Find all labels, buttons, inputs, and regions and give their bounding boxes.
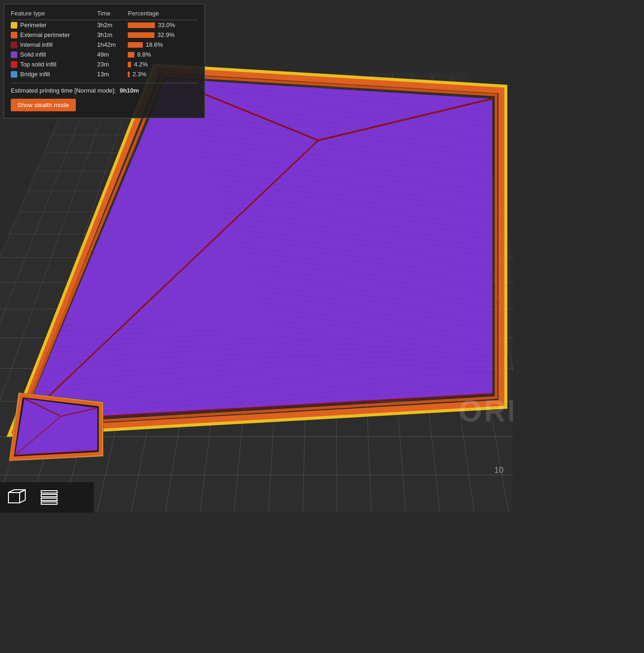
stealth-mode-button[interactable]: Show stealth mode xyxy=(11,99,76,111)
feature-time-cell: 49m xyxy=(97,50,128,59)
info-panel: Feature type Time Percentage Perimeter 3… xyxy=(4,4,205,118)
feature-pct-cell: 4.2% xyxy=(128,59,198,69)
percentage-label: 18.6% xyxy=(146,41,163,48)
feature-pct-cell: 2.3% xyxy=(128,69,198,79)
col-header-time: Time xyxy=(97,9,128,20)
time-bar xyxy=(128,62,131,67)
feature-name-cell: Top solid infill xyxy=(11,59,97,69)
svg-marker-3 xyxy=(22,79,492,421)
percentage-label: 2.3% xyxy=(132,71,146,78)
table-row: External perimeter 3h1m 32.9% xyxy=(11,30,198,40)
layers-icon xyxy=(37,486,61,509)
percentage-label: 4.2% xyxy=(134,61,148,68)
feature-label: Perimeter xyxy=(20,22,46,29)
color-swatch xyxy=(11,71,17,78)
feature-label: Solid infill xyxy=(20,51,46,58)
svg-rect-90 xyxy=(41,491,57,493)
svg-rect-87 xyxy=(8,493,20,503)
svg-marker-82 xyxy=(15,399,97,455)
view-icons-bar xyxy=(0,482,94,513)
table-row: Top solid infill 23m 4.2% xyxy=(11,59,198,69)
time-bar xyxy=(128,42,143,48)
feature-table: Feature type Time Percentage Perimeter 3… xyxy=(11,9,198,79)
scale-indicator: 10 xyxy=(494,465,504,475)
feature-time-cell: 3h2m xyxy=(97,20,128,30)
color-swatch xyxy=(11,61,17,68)
panel-divider xyxy=(11,83,198,83)
time-bar xyxy=(128,72,130,77)
color-swatch xyxy=(11,42,17,48)
svg-marker-89 xyxy=(20,490,25,503)
estimated-time-row: Estimated printing time [Normal mode]: 9… xyxy=(11,87,198,94)
feature-label: Bridge infill xyxy=(20,71,50,78)
svg-rect-91 xyxy=(41,494,57,497)
feature-label: Internal infill xyxy=(20,41,52,48)
estimated-value: 9h10m xyxy=(120,87,139,94)
feature-time-cell: 1h42m xyxy=(97,40,128,50)
time-bar xyxy=(128,32,154,38)
feature-time-cell: 13m xyxy=(97,69,128,79)
feature-pct-cell: 8.8% xyxy=(128,50,198,59)
feature-label: Top solid infill xyxy=(20,61,56,68)
time-bar xyxy=(128,52,134,58)
3d-view-button[interactable] xyxy=(0,484,33,512)
svg-rect-92 xyxy=(41,498,57,501)
col-header-percentage: Percentage xyxy=(128,9,198,20)
feature-label: External perimeter xyxy=(20,31,70,38)
ori-watermark: ORI xyxy=(459,394,513,428)
feature-name-cell: Bridge infill xyxy=(11,69,97,79)
feature-time-cell: 23m xyxy=(97,59,128,69)
percentage-label: 8.8% xyxy=(137,51,151,58)
feature-name-cell: External perimeter xyxy=(11,30,97,40)
color-swatch xyxy=(11,22,17,29)
feature-name-cell: Internal infill xyxy=(11,40,97,50)
percentage-label: 32.9% xyxy=(157,31,175,38)
table-row: Perimeter 3h2m 33.0% xyxy=(11,20,198,30)
layer-view-button[interactable] xyxy=(33,484,66,512)
table-row: Bridge infill 13m 2.3% xyxy=(11,69,198,79)
feature-time-cell: 3h1m xyxy=(97,30,128,40)
table-row: Internal infill 1h42m 18.6% xyxy=(11,40,198,50)
estimated-label: Estimated printing time [Normal mode]: xyxy=(11,87,116,94)
percentage-label: 33.0% xyxy=(158,22,175,29)
time-bar xyxy=(128,22,155,28)
feature-pct-cell: 18.6% xyxy=(128,40,198,50)
feature-pct-cell: 33.0% xyxy=(128,20,198,30)
cube-icon xyxy=(5,486,28,509)
feature-name-cell: Perimeter xyxy=(11,20,97,30)
col-header-feature: Feature type xyxy=(11,9,97,20)
table-row: Solid infill 49m 8.8% xyxy=(11,50,198,59)
feature-name-cell: Solid infill xyxy=(11,50,97,59)
color-swatch xyxy=(11,51,17,58)
color-swatch xyxy=(11,32,17,38)
svg-rect-93 xyxy=(41,502,57,504)
feature-pct-cell: 32.9% xyxy=(128,30,198,40)
